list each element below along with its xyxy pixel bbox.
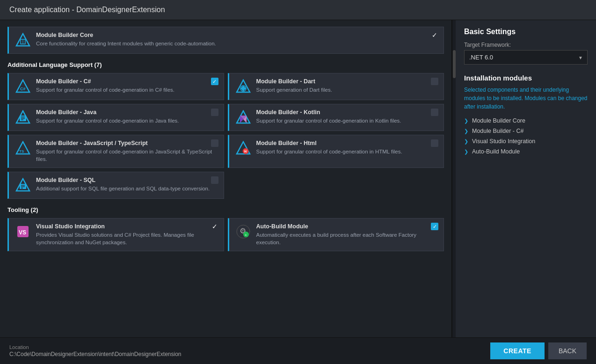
- check-icon-js-ts: [211, 139, 218, 147]
- card-module-builder-core[interactable]: Module Builder Core Core functionality f…: [7, 27, 444, 54]
- scrollbar[interactable]: [452, 20, 456, 337]
- card-java[interactable]: Module Builder - Java Support for granul…: [7, 104, 224, 131]
- icon-auto-build: ⚙ +: [235, 223, 252, 240]
- target-framework-label: Target Framework:: [464, 42, 588, 48]
- card-grid-row1: C# Module Builder - C# Support for granu…: [7, 73, 444, 100]
- check-java: [211, 108, 219, 116]
- module-name-sql: Module Builder - SQL: [36, 177, 218, 183]
- module-desc-dart: Support generation of Dart files.: [256, 86, 438, 94]
- card-sql[interactable]: Module Builder - SQL Additional support …: [7, 172, 224, 199]
- module-desc-html: Support for granular control of code-gen…: [256, 148, 438, 155]
- module-name-dart: Module Builder - Dart: [256, 78, 438, 85]
- check-icon-html: [431, 139, 438, 147]
- icon-html: H: [235, 140, 252, 157]
- back-button[interactable]: BACK: [548, 342, 587, 359]
- module-name-kotlin: Module Builder - Kotlin: [256, 109, 438, 116]
- icon-vs: VS: [15, 223, 31, 240]
- module-info-csharp: Module Builder - C# Support for granular…: [36, 78, 218, 94]
- icon-java: [15, 109, 31, 126]
- module-icon-core: [15, 32, 31, 49]
- section-header-tooling: Tooling (2): [7, 206, 444, 213]
- module-info-dart: Module Builder - Dart Support generation…: [256, 78, 438, 94]
- svg-text:H: H: [244, 150, 247, 153]
- check-dart: [430, 77, 439, 86]
- module-info-core: Module Builder Core Core functionality f…: [36, 32, 438, 47]
- location-label: Location: [9, 344, 182, 350]
- section-header-additional: Additional Language Support (7): [7, 61, 444, 68]
- module-info-vs: Visual Studio Integration Provides Visua…: [36, 223, 218, 246]
- module-desc-vs: Provides Visual Studio solutions and C# …: [36, 231, 218, 246]
- check-vs: ✓: [211, 222, 219, 231]
- install-item-0: Module Builder Core: [464, 116, 588, 126]
- module-desc-kotlin: Support for granular control of code-gen…: [256, 117, 438, 124]
- install-item-1: Module Builder - C#: [464, 126, 588, 136]
- svg-text:+: +: [245, 233, 247, 237]
- module-desc-core: Core functionality for creating Intent m…: [36, 40, 438, 47]
- check-kotlin: [430, 108, 439, 116]
- bottom-bar: Location C:\Code\DomainDesignerExtension…: [0, 337, 596, 364]
- module-name-js-ts: Module Builder - JavaScript / TypeScript: [36, 140, 218, 146]
- module-info-html: Module Builder - Html Support for granul…: [256, 140, 438, 155]
- svg-text:VS: VS: [19, 229, 26, 236]
- card-auto-build[interactable]: ⚙ + Auto-Build Module Automatically exec…: [228, 218, 444, 251]
- installation-modules-list: Module Builder Core Module Builder - C# …: [464, 116, 588, 157]
- title-bar: Create application - DomainDesignerExten…: [0, 0, 596, 20]
- module-desc-java: Support for granular control of code-gen…: [36, 117, 218, 124]
- create-button[interactable]: CREATE: [490, 342, 545, 359]
- module-desc-sql: Additional support for SQL file generati…: [36, 185, 218, 192]
- module-desc-js-ts: Support for granular control of code-gen…: [36, 148, 218, 163]
- module-name-core: Module Builder Core: [36, 32, 438, 38]
- module-name-java: Module Builder - Java: [36, 109, 218, 116]
- install-item-3: Auto-Build Module: [464, 146, 588, 157]
- module-name-vs: Visual Studio Integration: [36, 223, 218, 230]
- check-icon-sql: [211, 176, 218, 184]
- module-name-auto-build: Auto-Build Module: [256, 223, 438, 230]
- installation-desc: Selected components and their underlying…: [464, 86, 588, 111]
- check-icon-auto-build: ✓: [431, 223, 438, 230]
- card-grid-row3: TS Module Builder - JavaScript / TypeScr…: [7, 135, 444, 168]
- module-desc-auto-build: Automatically executes a build process a…: [256, 231, 438, 246]
- right-panel: Basic Settings Target Framework: .NET 6.…: [456, 20, 596, 337]
- install-item-2: Visual Studio Integration: [464, 136, 588, 146]
- location-path: C:\Code\DomainDesignerExtension\intent\D…: [9, 351, 182, 357]
- module-info-kotlin: Module Builder - Kotlin Support for gran…: [256, 109, 438, 124]
- left-panel: Module Builder Core Core functionality f…: [0, 20, 452, 337]
- module-info-java: Module Builder - Java Support for granul…: [36, 109, 218, 124]
- icon-kotlin: [235, 109, 252, 126]
- page-title: Create application - DomainDesignerExten…: [9, 6, 165, 14]
- module-desc-csharp: Support for granular control of code-gen…: [36, 86, 218, 94]
- check-icon-java: [211, 109, 218, 116]
- check-icon-csharp: ✓: [211, 78, 218, 85]
- check-auto-build: ✓: [430, 222, 439, 231]
- check-core: ✓: [430, 31, 439, 39]
- icon-js-ts: TS: [15, 140, 31, 157]
- framework-select[interactable]: .NET 6.0 .NET 5.0 .NET Core 3.1 .NET Sta…: [464, 50, 588, 65]
- check-sql: [211, 176, 219, 184]
- module-info-auto-build: Auto-Build Module Automatically executes…: [256, 223, 438, 246]
- svg-text:C#: C#: [20, 87, 26, 91]
- check-icon-kotlin: [431, 109, 438, 116]
- icon-dart: [235, 78, 252, 95]
- card-csharp[interactable]: C# Module Builder - C# Support for granu…: [7, 73, 224, 100]
- framework-select-wrapper: .NET 6.0 .NET 5.0 .NET Core 3.1 .NET Sta…: [464, 50, 588, 65]
- check-icon-core: ✓: [432, 31, 437, 39]
- module-info-sql: Module Builder - SQL Additional support …: [36, 177, 218, 192]
- card-grid-row2: Module Builder - Java Support for granul…: [7, 104, 444, 131]
- module-name-html: Module Builder - Html: [256, 140, 438, 146]
- module-info-js-ts: Module Builder - JavaScript / TypeScript…: [36, 140, 218, 163]
- installation-modules-title: Installation modules: [464, 74, 588, 82]
- module-name-csharp: Module Builder - C#: [36, 78, 218, 85]
- icon-sql: [15, 177, 31, 194]
- card-html[interactable]: H Module Builder - Html Support for gran…: [228, 135, 444, 168]
- svg-text:TS: TS: [19, 149, 24, 153]
- card-vs-integration[interactable]: VS Visual Studio Integration Provides Vi…: [7, 218, 224, 251]
- card-dart[interactable]: Module Builder - Dart Support generation…: [228, 73, 444, 100]
- check-icon-vs: ✓: [212, 223, 218, 230]
- check-html: [430, 139, 439, 147]
- card-kotlin[interactable]: Module Builder - Kotlin Support for gran…: [228, 104, 444, 131]
- icon-csharp: C#: [15, 78, 31, 95]
- basic-settings-title: Basic Settings: [464, 28, 588, 36]
- check-icon-dart: [431, 78, 438, 85]
- card-grid-tooling: VS Visual Studio Integration Provides Vi…: [7, 218, 444, 251]
- card-js-ts[interactable]: TS Module Builder - JavaScript / TypeScr…: [7, 135, 224, 168]
